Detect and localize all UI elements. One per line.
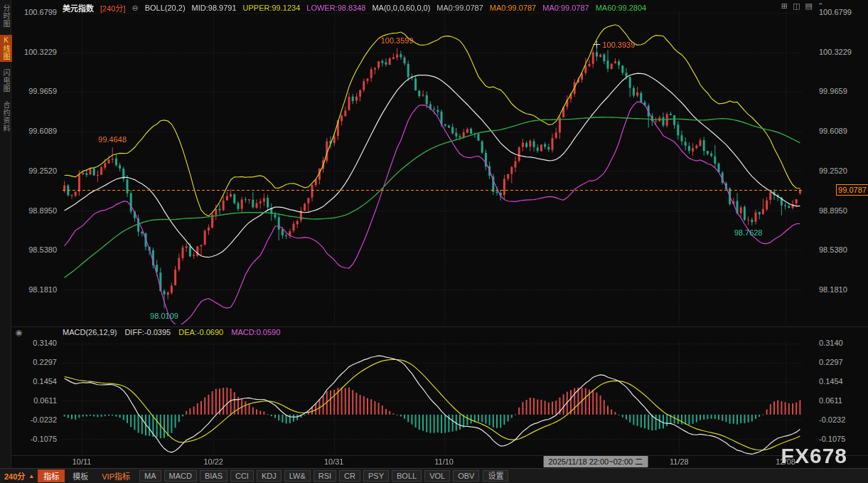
sidebar-tab[interactable]: 合约资料 (0, 100, 12, 134)
watermark: FX678 (781, 445, 847, 467)
x-axis-tick: 11/28 (670, 456, 689, 467)
indicator-button[interactable]: BIAS (200, 470, 227, 482)
collapse-up-icon[interactable]: ⌃ (818, 1, 824, 11)
macd-axis-label: -0.1075 (819, 435, 863, 444)
left-sidebar: 分时图 K线图 闪电图 合约资料 (0, 0, 11, 468)
macd-chart-canvas[interactable] (63, 340, 802, 457)
x-axis-tick: 10/22 (203, 456, 223, 467)
price-chart-canvas[interactable] (63, 7, 802, 324)
ma0-value-2: MA0:99.0787 (490, 4, 536, 12)
ma0-value-3: MA0:99.0787 (542, 4, 589, 12)
macd-axis-right: 0.31400.22970.14540.0611-0.0232-0.1075 (819, 339, 863, 444)
sidebar-tab[interactable]: 闪电图 (0, 68, 12, 94)
price-axis-left: 100.6799100.322999.965999.608999.252098.… (18, 8, 57, 294)
boll-mid-value: MID:98.9791 (192, 4, 237, 12)
period-selector[interactable]: 240分 (4, 470, 25, 482)
x-axis-row: 10/1110/2210/3111/102025/11/18 22:00~02:… (0, 456, 868, 468)
macd-pane-icon[interactable]: ◉ (16, 328, 23, 337)
trading-app-window: { "colors": { "up": "#e03e3e", "down": "… (0, 0, 868, 483)
price-axis-label: 98.8950 (18, 206, 57, 216)
macd-axis-label: -0.0232 (18, 415, 57, 425)
macd-dea-value: DEA:-0.0690 (178, 328, 223, 336)
layout-columns-icon[interactable]: ◫ (793, 1, 800, 11)
indicator-button[interactable]: PSY (363, 470, 389, 482)
zoom-out-icon[interactable]: ⊖ (132, 4, 138, 13)
x-axis-tick: 10/31 (324, 456, 344, 467)
pane-separator (11, 327, 868, 327)
bottom-toolbar: 240分 ▲ 指标 模板 VIP指标 MA MACD BIAS CCI KDJ … (0, 468, 868, 483)
period-label: [240分] (100, 2, 125, 14)
window-layout-icons: ⊞ ◫ ▤ ⌃ (781, 1, 824, 11)
price-axis-right: 100.6799100.322999.965999.608999.252098.… (819, 8, 863, 294)
macd-axis-label: -0.0232 (819, 415, 863, 425)
price-axis-label: 98.1810 (18, 285, 57, 294)
indicator-button[interactable]: MACD (164, 470, 197, 482)
price-axis-label: 99.2520 (18, 166, 57, 176)
price-axis-label: 98.5380 (18, 245, 57, 255)
sidebar-tab[interactable]: 分时图 (0, 3, 12, 29)
macd-axis-label: 0.1454 (819, 377, 863, 386)
indicator-button[interactable]: RSI (314, 470, 336, 482)
indicator-button[interactable]: LW& (284, 470, 311, 482)
indicator-button[interactable]: VOL (424, 470, 450, 482)
macd-axis-label: 0.0611 (18, 396, 57, 405)
macd-axis-label: 0.2297 (819, 358, 863, 367)
macd-axis-label: 0.3140 (819, 339, 863, 348)
toolbar-tabs: 指标 模板 VIP指标 (38, 469, 136, 482)
settings-button[interactable]: 设置 (483, 470, 508, 482)
indicator-buttons: MA MACD BIAS CCI KDJ LW& RSI CR PSY BOLL… (139, 470, 479, 482)
layout-grid-icon[interactable]: ⊞ (781, 1, 788, 11)
boll-upper-value: UPPER:99.1234 (243, 4, 301, 12)
macd-axis-label: -0.1075 (18, 435, 57, 444)
boll-params-label: BOLL(20,2) (145, 4, 186, 12)
indicator-button[interactable]: CCI (230, 470, 254, 482)
price-axis-label: 98.5380 (819, 245, 863, 255)
macd-macd-value: MACD:0.0590 (231, 328, 280, 336)
macd-axis-label: 0.2297 (18, 358, 57, 367)
macd-axis-label: 0.0611 (819, 396, 863, 405)
indicator-button[interactable]: BOLL (392, 470, 422, 482)
symbol-name: 美元指数 (63, 2, 94, 14)
indicator-button[interactable]: MA (139, 470, 161, 482)
macd-axis-label: 0.3140 (18, 339, 57, 348)
price-axis-label: 100.3229 (18, 48, 57, 57)
price-axis-label: 99.9659 (819, 87, 863, 96)
macd-header: MACD(26,12,9) DIFF:-0.0395 DEA:-0.0690 M… (63, 328, 280, 336)
boll-lower-value: LOWER:98.8348 (306, 4, 365, 12)
indicator-header: 美元指数 [240分] ⊖ BOLL(20,2) MID:98.9791 UPP… (63, 2, 646, 14)
ma0-value-1: MA0:99.0787 (436, 4, 483, 12)
ma60-value: MA60:99.2804 (596, 4, 647, 12)
macd-axis-label: 0.1454 (18, 377, 57, 386)
layout-rows-icon[interactable]: ▤ (805, 1, 812, 11)
price-axis-label: 100.3229 (819, 48, 863, 57)
indicator-button[interactable]: KDJ (257, 470, 282, 482)
current-price-tag: 99.0787 (836, 184, 868, 196)
selected-candle-time-label: 2025/11/18 22:00~02:00 二 (543, 456, 648, 467)
price-axis-label: 99.2520 (819, 166, 863, 176)
x-axis-tick: 10/11 (73, 456, 92, 467)
indicator-button[interactable]: CR (339, 470, 360, 482)
indicator-button[interactable]: OBV (453, 470, 479, 482)
price-axis-label: 98.8950 (819, 206, 863, 216)
period-dropdown-arrow-icon[interactable]: ▲ (28, 473, 34, 479)
toolbar-tab[interactable]: VIP指标 (96, 469, 136, 482)
price-axis-label: 99.6089 (819, 127, 863, 136)
sidebar-tabs: 分时图 K线图 闪电图 合约资料 (0, 3, 11, 134)
price-axis-label: 99.6089 (18, 127, 57, 136)
toolbar-tab[interactable]: 模板 (67, 469, 94, 482)
price-axis-label: 98.1810 (819, 285, 863, 294)
sidebar-tab[interactable]: K线图 (0, 35, 12, 62)
toolbar-tab[interactable]: 指标 (38, 469, 65, 482)
macd-axis-left: 0.31400.22970.14540.0611-0.0232-0.1075 (18, 339, 57, 444)
ma-params-label: MA(0,0,0,60,0,0) (372, 4, 430, 12)
macd-params-label: MACD(26,12,9) (63, 328, 117, 336)
price-axis-label: 99.9659 (18, 87, 57, 96)
x-axis-tick: 11/10 (434, 456, 454, 467)
price-axis-label: 100.6799 (18, 8, 57, 17)
macd-diff-value: DIFF:-0.0395 (124, 328, 171, 336)
price-axis-label: 100.6799 (819, 8, 863, 17)
